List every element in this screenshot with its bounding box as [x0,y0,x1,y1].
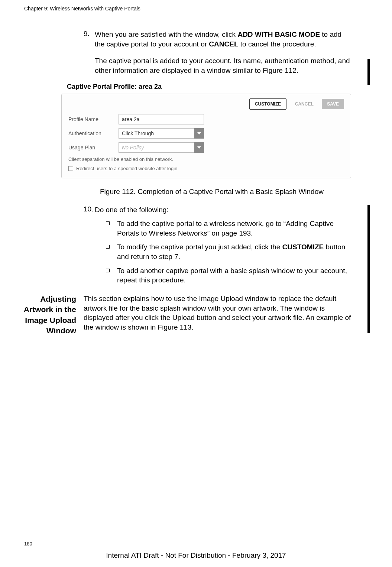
bullet-icon [106,219,117,238]
authentication-label: Authentication [68,130,119,136]
chapter-header: Chapter 9: Wireless Networks with Captiv… [24,6,140,12]
figure-title-prefix: Captive Portal Profile: [67,83,139,90]
usage-plan-dropdown-button[interactable] [194,142,204,153]
step-text: Do one of the following: [95,205,169,215]
figure-panel: CUSTOMIZE CANCEL SAVE Profile Name area … [61,94,351,178]
cancel-button[interactable]: CANCEL [290,99,319,109]
change-bar [367,294,370,333]
step-9-result: The captive portal is added to your acco… [95,56,351,75]
text-segment: To add the captive portal to a wireless … [117,220,334,237]
text-segment: To modify the captive portal you just ad… [117,243,282,251]
section-heading: Adjusting Artwork in the Image Upload Wi… [17,294,76,336]
text-bold: ADD WITH BASIC MODE [237,30,320,38]
change-bar [367,59,370,85]
usage-plan-row: Usage Plan No Policy [68,142,344,153]
authentication-dropdown-button[interactable] [194,128,204,139]
step-number: 10. [84,205,95,215]
usage-plan-select[interactable]: No Policy [119,142,194,153]
page-number: 180 [24,541,32,547]
redirect-checkbox[interactable] [68,166,73,171]
profile-name-label: Profile Name [68,116,119,122]
redirect-checkbox-label: Redirect users to a specified website af… [76,166,177,171]
redirect-checkbox-row: Redirect users to a specified website af… [68,166,344,171]
save-button[interactable]: SAVE [322,99,344,109]
figure-112-caption: Figure 112. Completion of a Captive Port… [72,188,351,196]
sub-text: To add another captive portal with a bas… [117,266,351,285]
text-bold: CUSTOMIZE [282,243,324,251]
section-adjusting-artwork: Adjusting Artwork in the Image Upload Wi… [84,294,351,332]
sub-text: To modify the captive portal you just ad… [117,242,351,261]
step-10: 10. Do one of the following: [84,205,351,215]
change-bar [367,205,370,300]
sub-item: To add the captive portal to a wireless … [106,219,351,238]
profile-name-input[interactable]: area 2a [119,114,204,124]
text-segment: to cancel the procedure. [239,40,316,48]
content-area: 9. When you are satisfied with the windo… [84,30,351,332]
section-body: This section explains how to use the Ima… [84,294,351,332]
sub-text: To add the captive portal to a wireless … [117,219,351,238]
figure-112-container: Captive Portal Profile: area 2a CUSTOMIZ… [61,83,351,178]
profile-name-row: Profile Name area 2a [68,114,344,124]
chevron-down-icon [197,132,201,135]
step-10-sublist: To add the captive portal to a wireless … [106,219,351,285]
figure-toolbar: CUSTOMIZE CANCEL SAVE [68,98,344,110]
bullet-icon [106,242,117,261]
helper-text: Client separation will be enabled on thi… [68,156,344,162]
sub-item: To modify the captive portal you just ad… [106,242,351,261]
usage-plan-label: Usage Plan [68,145,119,150]
authentication-select[interactable]: Click Through [119,128,194,139]
step-text: When you are satisfied with the window, … [95,30,351,49]
bullet-icon [106,266,117,285]
step-9: 9. When you are satisfied with the windo… [84,30,351,49]
authentication-row: Authentication Click Through [68,128,344,139]
figure-title-name: area 2a [139,83,162,90]
text-bold: CANCEL [209,40,238,48]
step-number: 9. [84,30,95,49]
text-segment: To add another captive portal with a bas… [117,267,347,284]
text-segment: When you are satisfied with the window, … [95,30,237,38]
customize-button[interactable]: CUSTOMIZE [249,98,286,110]
chevron-down-icon [197,146,201,149]
sub-item: To add another captive portal with a bas… [106,266,351,285]
figure-title: Captive Portal Profile: area 2a [61,83,351,91]
footer-text: Internal ATI Draft - Not For Distributio… [0,551,392,560]
